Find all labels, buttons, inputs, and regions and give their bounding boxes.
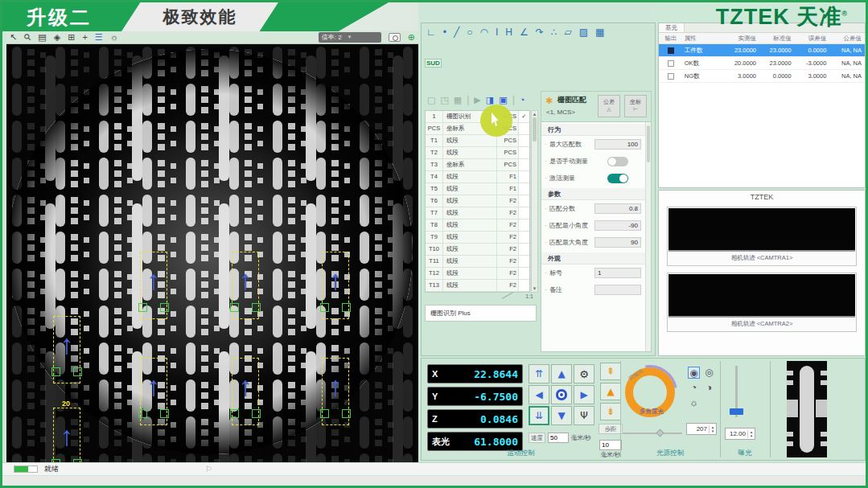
camera-trajectory-2[interactable]: 相机轨迹 <CAMTRA2> xyxy=(667,273,857,332)
scatter-icon[interactable]: ∴ xyxy=(551,27,557,38)
magnification-select[interactable]: 倍率: 2▾ xyxy=(319,32,381,43)
light-value-spinner[interactable]: 207 ▴▾ xyxy=(686,423,717,435)
spinner-arrows-icon[interactable]: ▴▾ xyxy=(709,425,716,433)
row-checkbox[interactable] xyxy=(659,47,683,54)
jog-up-fast-button[interactable]: ⇈ xyxy=(529,364,549,383)
eraser-icon[interactable]: ▱ xyxy=(564,27,571,38)
toggle-switch[interactable] xyxy=(607,157,628,166)
zoom-icon[interactable]: ⚲ xyxy=(22,31,33,43)
quadrant-light-icon[interactable]: ◔ xyxy=(688,382,700,394)
exposure-value-spinner[interactable]: 12.00 ▴▾ xyxy=(725,428,755,440)
field-input[interactable] xyxy=(594,268,641,278)
coordinate-button[interactable]: 坐标⊢ xyxy=(624,95,647,117)
step-row[interactable]: PCS坐标系MCS xyxy=(426,123,529,135)
step-row[interactable]: T11线段F2 xyxy=(426,256,529,268)
field-input[interactable] xyxy=(594,237,641,248)
exposure-slider-thumb[interactable] xyxy=(730,408,743,415)
circle-icon[interactable]: ○ xyxy=(467,27,472,38)
snapshot-camera-button[interactable] xyxy=(389,33,401,42)
bulb-light-icon[interactable]: ☼ xyxy=(688,397,700,409)
cursor-icon[interactable]: ↖ xyxy=(10,32,17,42)
camera-trajectory-1[interactable]: 相机轨迹 <CAMTRA1> xyxy=(667,207,857,266)
line-icon[interactable]: ╱ xyxy=(454,27,459,38)
gear-icon[interactable]: ⚙ xyxy=(574,364,594,383)
level-icon[interactable]: ☰ xyxy=(95,32,103,42)
step-row[interactable]: T8线段F2 xyxy=(426,219,529,232)
step-check-icon xyxy=(519,135,529,146)
step-row[interactable]: T13线段F2 xyxy=(426,280,529,292)
jog-left-button[interactable]: ◀ xyxy=(529,385,549,404)
pan-icon[interactable]: ◈ xyxy=(54,32,60,42)
row-checkbox[interactable] xyxy=(659,59,683,67)
toolbar-separator[interactable]: | xyxy=(467,94,469,105)
step-row[interactable]: T6线段F2 xyxy=(426,195,529,207)
joystick-icon[interactable]: Ψ xyxy=(574,406,594,425)
field-input[interactable] xyxy=(594,203,641,214)
z-bottom-button[interactable]: ⇟ xyxy=(600,403,621,420)
jog-down-fast-button[interactable]: ⇊ xyxy=(529,406,549,425)
step-row[interactable]: T7线段F2 xyxy=(426,207,529,219)
step-row[interactable]: T2线段PCS xyxy=(426,147,529,159)
toggle-switch[interactable] xyxy=(607,174,628,183)
run-button[interactable]: ▶ xyxy=(474,95,480,105)
step-row[interactable]: T9线段F2 xyxy=(426,232,529,244)
coordinate-icon[interactable]: ∟ xyxy=(426,27,436,38)
toolbar-separator[interactable]: | xyxy=(512,94,515,105)
refresh-button[interactable]: ◔ xyxy=(520,95,525,105)
curve-icon[interactable]: ↷ xyxy=(536,27,544,38)
z-top-button[interactable]: ⇞ xyxy=(600,363,621,380)
row-checkbox[interactable] xyxy=(659,72,683,80)
arc-icon[interactable]: ◠ xyxy=(479,27,487,38)
slider-thumb[interactable] xyxy=(656,429,664,437)
field-input[interactable] xyxy=(594,139,641,150)
tab-primitives[interactable]: 基元 xyxy=(659,23,685,32)
jog-right-button[interactable]: ▶ xyxy=(574,385,594,404)
scroll-thumb[interactable] xyxy=(647,125,650,162)
chart-button[interactable]: ▣ xyxy=(499,95,507,105)
jog-up-button[interactable]: ▲ xyxy=(551,364,572,383)
step-row[interactable]: T5线段F1 xyxy=(426,183,529,195)
image-icon[interactable]: ▤ xyxy=(38,32,46,42)
ring-full-light-icon[interactable]: ◉ xyxy=(688,367,700,379)
width-icon[interactable]: Η xyxy=(505,27,512,38)
crosshair-icon[interactable]: + xyxy=(82,32,87,42)
tolerance-button[interactable]: 公差◬ xyxy=(598,95,620,117)
distance-icon[interactable]: Ι xyxy=(496,27,498,38)
scroll-down-icon[interactable]: ▼ xyxy=(532,285,537,292)
globe-button[interactable]: ⊕ xyxy=(408,33,415,42)
z-home-button[interactable]: ▲ xyxy=(600,383,621,400)
bulb-icon[interactable]: ☼ xyxy=(110,32,118,42)
pattern-icon[interactable]: ▨ xyxy=(579,27,588,38)
half-light-icon[interactable]: ◑ xyxy=(703,382,715,394)
results-row[interactable]: 工件数23.000023.00000.0000NA, NA xyxy=(659,44,865,57)
ring-outer-light-icon[interactable]: ◎ xyxy=(703,367,715,379)
steps-scrollbar[interactable]: ▲ ▼ xyxy=(531,110,538,293)
light-intensity-slider[interactable] xyxy=(623,430,682,437)
point-icon[interactable]: • xyxy=(443,27,446,38)
jog-down-button[interactable]: ▼ xyxy=(551,406,572,425)
open-button[interactable]: ◳ xyxy=(440,95,448,105)
scroll-up-icon[interactable]: ▲ xyxy=(532,111,537,117)
step-row[interactable]: T4线段F1 xyxy=(426,171,529,183)
results-row[interactable]: NG数3.00000.00003.0000NA, NA xyxy=(659,70,865,83)
settings-scrollbar[interactable] xyxy=(645,122,651,351)
step-row[interactable]: T10线段F2 xyxy=(426,244,529,256)
new-button[interactable]: ▢ xyxy=(427,95,435,105)
step-row[interactable]: 1栅图识别MCS✓ xyxy=(426,111,529,123)
field-input[interactable] xyxy=(594,285,641,295)
step-row[interactable]: T3坐标系PCS xyxy=(426,159,529,171)
spinner-arrows-icon[interactable]: ▴▾ xyxy=(747,430,755,438)
step-row[interactable]: T1线段PCS xyxy=(426,135,529,147)
speed-input[interactable] xyxy=(548,433,569,443)
report-button[interactable]: ◨ xyxy=(486,95,494,105)
grid-icon[interactable]: ▦ xyxy=(595,27,604,38)
scroll-thumb[interactable] xyxy=(533,117,537,141)
fit-icon[interactable]: ⊞ xyxy=(68,32,75,42)
camera-live-view[interactable]: ↑↑20↑↑↑↑↑↑ xyxy=(6,44,418,462)
step-row[interactable]: T12线段F2 xyxy=(426,268,529,280)
stop-button[interactable] xyxy=(551,385,572,404)
results-row[interactable]: OK数20.000023.0000-3.0000NA, NA xyxy=(659,57,865,70)
field-input[interactable] xyxy=(594,220,641,231)
angle-icon[interactable]: ∠ xyxy=(520,27,529,38)
save-button[interactable]: ▦ xyxy=(454,95,462,105)
